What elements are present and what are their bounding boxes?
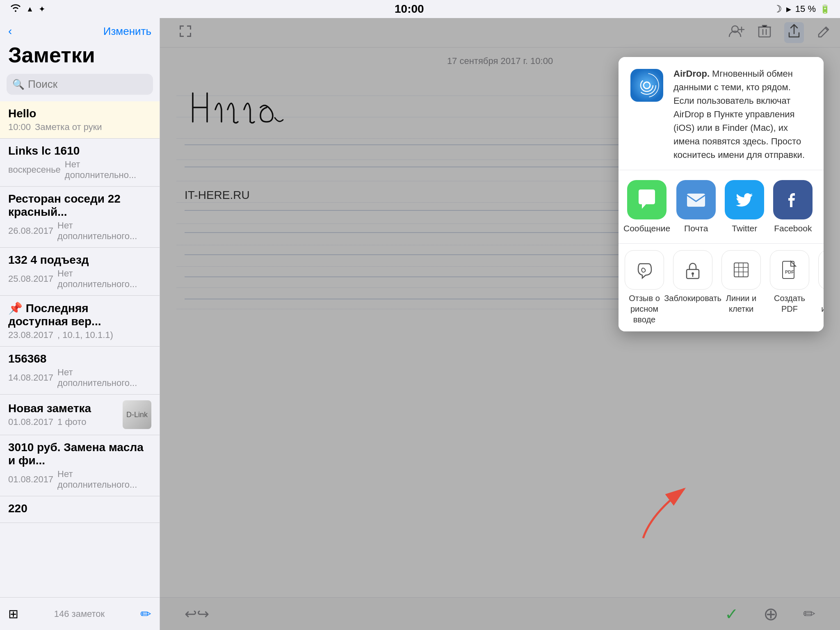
note-preview: Нет дополнительного...: [57, 268, 151, 290]
note-date: 01.08.2017: [8, 474, 53, 485]
note-date: 26.08.2017: [8, 226, 53, 236]
pdf-label: Создать PDF: [767, 293, 812, 314]
note-item[interactable]: Новая заметка 01.08.2017 1 фото D-Link: [0, 395, 160, 435]
share-app-facebook[interactable]: Facebook: [770, 180, 815, 233]
note-meta: воскресенье Нет дополнительно...: [8, 159, 151, 180]
note-title: Links lc 1610: [8, 144, 151, 158]
note-item-row: Новая заметка 01.08.2017 1 фото D-Link: [8, 400, 151, 429]
note-title: 3010 руб. Замена масла и фи...: [8, 441, 151, 467]
note-item[interactable]: 3010 руб. Замена масла и фи... 01.08.201…: [0, 435, 160, 496]
feedback-icon: [625, 250, 664, 290]
share-action-pdf[interactable]: PDF Создать PDF: [767, 250, 812, 325]
note-meta: 10:00 Заметка от руки: [8, 122, 151, 132]
svg-rect-7: [687, 194, 705, 207]
note-title: Hello: [8, 107, 151, 120]
note-meta: 26.08.2017 Нет дополнительного...: [8, 220, 151, 242]
note-meta: 01.08.2017 Нет дополнительного...: [8, 469, 151, 490]
share-app-messages[interactable]: Сообщение: [623, 180, 670, 233]
main-layout: ‹ Изменить Заметки 🔍 Hello 10:00 Заметка…: [0, 18, 840, 630]
note-item[interactable]: 132 4 подъезд 25.08.2017 Нет дополнитель…: [0, 248, 160, 296]
note-preview: Нет дополнительного...: [57, 469, 151, 490]
notes-count: 146 заметок: [54, 609, 105, 619]
note-item[interactable]: 220: [0, 496, 160, 523]
airdrop-description: AirDrop. Мгновенный обмен данными с теми…: [673, 67, 814, 162]
lock-icon: [673, 250, 712, 290]
note-meta: 23.08.2017 , 10.1, 10.1.1): [8, 330, 151, 340]
airdrop-body: Мгновенный обмен данными с теми, кто ряд…: [673, 68, 805, 160]
note-item[interactable]: Hello 10:00 Заметка от руки: [0, 101, 160, 139]
status-right-icons: ☽ ▸ 15 % 🔋: [773, 3, 830, 15]
share-sheet-overlay[interactable]: AirDrop. Мгновенный обмен данными с теми…: [160, 18, 840, 630]
messages-icon: [627, 180, 667, 219]
messages-label: Сообщение: [623, 224, 670, 233]
note-title: 220: [8, 502, 151, 515]
note-item[interactable]: 📌 Последняя доступная вер... 23.08.2017 …: [0, 296, 160, 347]
share-action-lines[interactable]: Линии и клетки: [719, 250, 764, 325]
pdf-icon: PDF: [770, 250, 809, 290]
svg-rect-2: [630, 69, 663, 102]
note-date: 10:00: [8, 122, 31, 132]
share-app-twitter[interactable]: Twitter: [722, 180, 767, 233]
battery-icon: 🔋: [820, 4, 830, 14]
wifi-icon: [10, 4, 21, 14]
notes-list: Hello 10:00 Заметка от руки Links lc 161…: [0, 101, 160, 597]
location-icon: ▸: [786, 3, 791, 15]
twitter-icon: [725, 180, 764, 219]
note-title: 132 4 подъезд: [8, 253, 151, 267]
note-title: 📌 Последняя доступная вер...: [8, 301, 151, 328]
note-item[interactable]: 156368 14.08.2017 Нет дополнительного...: [0, 347, 160, 395]
note-date: воскресенье: [8, 164, 61, 175]
moon-icon: ☽: [773, 3, 782, 15]
svg-point-9: [692, 272, 694, 275]
share-action-lock[interactable]: Заблокировать: [670, 250, 715, 325]
note-title: Новая заметка: [8, 402, 123, 415]
mail-icon: [676, 180, 716, 219]
facebook-label: Facebook: [774, 224, 812, 233]
note-date: 23.08.2017: [8, 330, 53, 340]
bluetooth-icon: ✦: [39, 4, 46, 14]
sidebar: ‹ Изменить Заметки 🔍 Hello 10:00 Заметка…: [0, 18, 160, 630]
note-date: 01.08.2017: [8, 417, 53, 427]
facebook-icon: [773, 180, 813, 219]
note-item-content: Новая заметка 01.08.2017 1 фото: [8, 402, 123, 427]
back-button[interactable]: ‹: [8, 25, 12, 38]
note-preview: Нет дополнительного...: [57, 367, 151, 388]
search-bar[interactable]: 🔍: [7, 74, 153, 95]
note-title: Ресторан соседи 22 красный...: [8, 192, 151, 219]
svg-text:PDF: PDF: [785, 269, 794, 274]
note-preview: Заметка от руки: [35, 122, 102, 132]
share-app-mail[interactable]: Почта: [673, 180, 719, 233]
lines-label: Линии и клетки: [719, 293, 764, 314]
grid-icon[interactable]: ⊞: [8, 607, 18, 621]
note-meta: 01.08.2017 1 фото: [8, 417, 123, 427]
share-action-save[interactable]: IMG Сохр. изобра...: [815, 250, 824, 325]
note-thumbnail: D-Link: [123, 400, 151, 429]
status-left-icons: ▲ ✦: [10, 4, 46, 14]
edit-button[interactable]: Изменить: [103, 25, 151, 38]
airdrop-section: AirDrop. Мгновенный обмен данными с теми…: [619, 57, 824, 170]
note-preview: Нет дополнительного...: [57, 220, 151, 242]
note-date: 25.08.2017: [8, 274, 53, 284]
note-preview: 1 фото: [57, 417, 86, 427]
share-action-feedback[interactable]: Отзыв о рисном вводе: [622, 250, 667, 325]
note-detail: 17 сентября 2017 г. 10:00 IT-HERE.RU: [160, 18, 840, 630]
note-title: 156368: [8, 352, 151, 365]
new-note-button[interactable]: ✏: [140, 606, 151, 622]
mail-label: Почта: [684, 224, 708, 233]
search-input[interactable]: [28, 78, 161, 91]
airdrop-title: AirDrop.: [673, 68, 710, 79]
search-icon: 🔍: [12, 79, 25, 90]
note-preview: , 10.1, 10.1.1): [57, 330, 113, 340]
note-item[interactable]: Links lc 1610 воскресенье Нет дополнител…: [0, 139, 160, 187]
share-actions-row: Отзыв о рисном вводе Заблокировать: [619, 244, 824, 331]
share-apps-row: Сообщение Почта Twitter: [619, 170, 824, 244]
note-item[interactable]: Ресторан соседи 22 красный... 26.08.2017…: [0, 187, 160, 248]
note-meta: 14.08.2017 Нет дополнительного...: [8, 367, 151, 388]
save-label: Сохр. изобра...: [815, 293, 824, 314]
lines-icon: [721, 250, 761, 290]
status-time: 10:00: [395, 2, 424, 16]
signal-icon: ▲: [26, 5, 34, 14]
note-preview: Нет дополнительно...: [65, 159, 151, 180]
share-sheet: AirDrop. Мгновенный обмен данными с теми…: [619, 57, 824, 331]
sidebar-title: Заметки: [0, 41, 160, 74]
